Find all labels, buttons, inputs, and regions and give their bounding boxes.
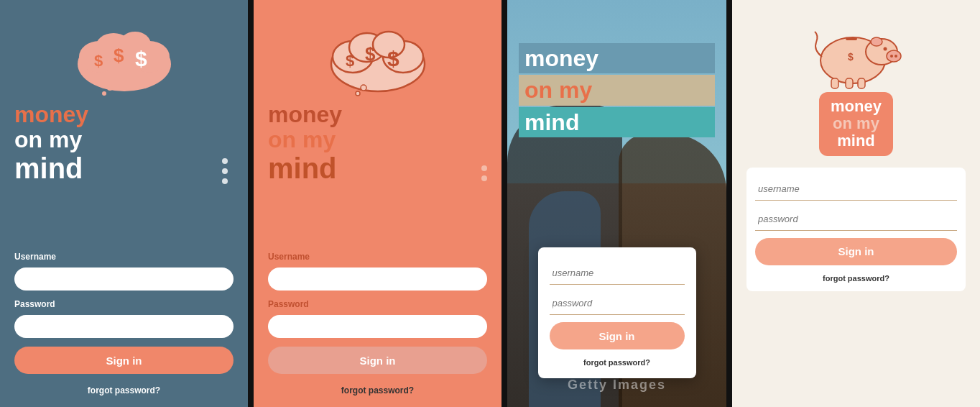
divider-3 — [726, 0, 732, 407]
svg-text:$: $ — [94, 52, 103, 70]
decoration-dots-1 — [222, 158, 228, 184]
title-overlay-3: money on my mind — [507, 43, 726, 139]
password-label-2: Password — [268, 299, 487, 309]
svg-point-24 — [895, 55, 897, 58]
svg-point-23 — [890, 55, 893, 58]
forgot-password-1[interactable]: forgot password? — [14, 385, 234, 395]
username-label-2: Username — [268, 252, 487, 262]
svg-rect-31 — [858, 78, 865, 88]
svg-rect-27 — [846, 37, 857, 40]
title-mind-2: mind — [268, 152, 487, 184]
decoration-dots-2 — [481, 165, 487, 181]
signin-button-4[interactable]: Sign in — [755, 238, 957, 265]
title-onmy-3: on my — [519, 75, 715, 105]
brain-icon-1: $ $ $ — [67, 17, 182, 96]
forgot-password-3[interactable]: forgot password? — [550, 358, 685, 367]
divider-2 — [501, 0, 507, 407]
forgot-password-2[interactable]: forgot password? — [268, 385, 487, 395]
title-block-1: money on my mind — [14, 102, 234, 184]
svg-text:$: $ — [848, 51, 854, 63]
username-input-3[interactable] — [550, 262, 685, 285]
login-modal-3: Sign in forgot password? — [538, 247, 696, 378]
password-label-1: Password — [14, 299, 234, 309]
svg-point-9 — [102, 91, 106, 96]
svg-point-25 — [871, 37, 882, 46]
username-input-1[interactable] — [14, 267, 234, 291]
forgot-password-4[interactable]: forgot password? — [755, 274, 957, 283]
username-input-2[interactable] — [268, 267, 487, 291]
title-money-2: money — [268, 102, 487, 127]
panel-4: $ money on my mind Sign in forgot passwo… — [732, 0, 980, 407]
title-onmy-4: on my — [831, 115, 882, 132]
username-label-1: Username — [14, 252, 234, 262]
svg-point-8 — [107, 85, 113, 91]
password-input-3[interactable] — [550, 292, 685, 315]
svg-point-19 — [356, 91, 360, 96]
signin-button-2[interactable]: Sign in — [268, 347, 487, 374]
svg-point-18 — [361, 85, 366, 91]
svg-text:$: $ — [135, 47, 147, 70]
form-4: Sign in forgot password? — [746, 168, 966, 291]
title-money-3: money — [519, 43, 715, 73]
svg-text:$: $ — [365, 43, 376, 65]
panel-2: $ $ $ money on my mind Username Password… — [254, 0, 501, 407]
title-box-4: money on my mind — [819, 92, 893, 156]
password-input-2[interactable] — [268, 315, 487, 338]
svg-rect-30 — [846, 78, 853, 88]
panel-3: money on my mind tockGetty Images Sign i… — [507, 0, 726, 407]
svg-point-22 — [887, 50, 901, 62]
divider-1 — [248, 0, 254, 407]
form-1: Username Password Sign in forgot passwor… — [14, 252, 234, 395]
svg-text:$: $ — [114, 45, 124, 66]
title-money-4: money — [831, 98, 882, 115]
svg-point-26 — [883, 47, 887, 51]
piggy-icon: $ — [806, 17, 907, 89]
brain-icon-2: $ $ $ — [320, 17, 435, 96]
title-onmy-2: on my — [268, 127, 487, 152]
title-onmy-1: on my — [14, 127, 234, 152]
title-mind-3: mind — [519, 107, 715, 137]
title-money-1: money — [14, 102, 234, 127]
panel-1: $ $ $ money on my mind Username Password… — [0, 0, 248, 407]
form-2: Username Password Sign in forgot passwor… — [268, 252, 487, 395]
title-block-2: money on my mind — [268, 102, 487, 184]
svg-text:$: $ — [387, 47, 399, 70]
password-input-1[interactable] — [14, 315, 234, 338]
signin-button-3[interactable]: Sign in — [550, 322, 685, 349]
svg-text:$: $ — [346, 52, 354, 70]
title-mind-4: mind — [831, 132, 882, 150]
svg-rect-29 — [831, 78, 838, 88]
username-input-4[interactable] — [755, 178, 957, 201]
title-mind-1: mind — [14, 152, 234, 184]
signin-button-1[interactable]: Sign in — [14, 347, 234, 374]
password-input-4[interactable] — [755, 208, 957, 231]
